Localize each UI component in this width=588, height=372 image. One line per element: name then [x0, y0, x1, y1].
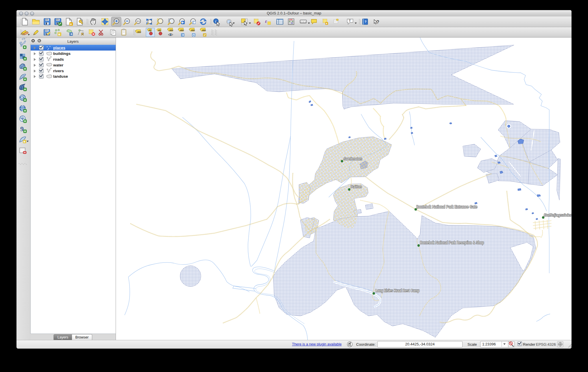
svg-text:Buffeljagsrivier: Buffeljagsrivier	[544, 213, 572, 217]
svg-text:Swellendam: Swellendam	[343, 157, 362, 161]
svg-text:Bontebok National Park Recepti: Bontebok National Park Reception & Shop	[420, 240, 484, 245]
svg-text:Bontebok National Park Entranc: Bontebok National Park Entrance Gate	[416, 204, 477, 209]
svg-text:Lang Elsies Kraal Rest Camp: Lang Elsies Kraal Rest Camp	[376, 288, 419, 293]
svg-text:Railton: Railton	[351, 185, 362, 189]
